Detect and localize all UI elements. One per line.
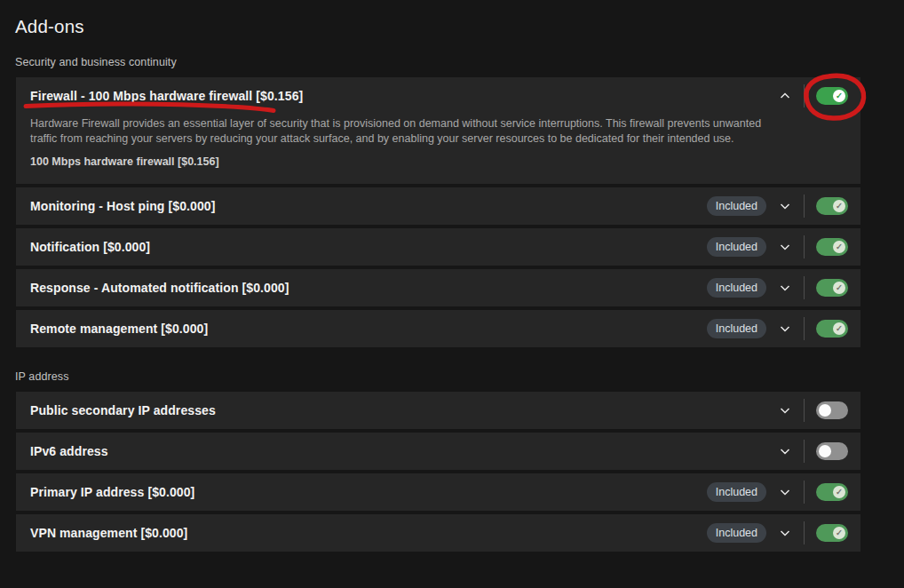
included-badge: Included	[707, 482, 766, 502]
remote-management-toggle[interactable]: ✓	[816, 320, 848, 338]
included-badge: Included	[707, 237, 766, 257]
addon-row-monitoring: Monitoring - Host ping [$0.000] Included…	[16, 187, 860, 225]
check-icon: ✓	[836, 283, 843, 292]
included-badge: Included	[707, 278, 766, 298]
addon-title-response: Response - Automated notification [$0.00…	[30, 281, 289, 295]
toggle-knob: ✓	[833, 241, 845, 253]
addon-title-monitoring: Monitoring - Host ping [$0.000]	[30, 199, 215, 213]
chevron-down-icon[interactable]	[778, 485, 792, 499]
addon-title-notification: Notification [$0.000]	[30, 240, 150, 254]
firewall-toggle[interactable]: ✓	[816, 87, 848, 105]
addon-title-primary-ip: Primary IP address [$0.000]	[30, 485, 194, 499]
firewall-selected-option: 100 Mbps hardware firewall [$0.156]	[30, 155, 846, 168]
divider	[804, 440, 805, 463]
addon-title-public-secondary-ip: Public secondary IP addresses	[30, 403, 216, 417]
addon-row-vpn: VPN management [$0.000] Included ✓	[16, 514, 860, 552]
chevron-down-icon[interactable]	[778, 199, 792, 213]
addon-row-remote-management: Remote management [$0.000] Included ✓	[16, 310, 860, 347]
chevron-up-icon[interactable]	[778, 89, 792, 103]
addon-row-ipv6: IPv6 address	[16, 433, 860, 470]
toggle-knob: ✓	[833, 527, 845, 539]
divider	[804, 84, 805, 107]
addon-row-header-monitoring[interactable]: Monitoring - Host ping [$0.000] Included…	[16, 187, 860, 225]
addon-title-firewall: Firewall - 100 Mbps hardware firewall [$…	[30, 89, 303, 103]
page-title: Add-ons	[0, 0, 904, 37]
divider	[804, 276, 805, 299]
ipv6-toggle[interactable]	[816, 442, 848, 460]
check-icon: ✓	[836, 91, 843, 100]
vpn-toggle[interactable]: ✓	[816, 524, 848, 542]
addon-row-header-primary-ip[interactable]: Primary IP address [$0.000] Included ✓	[16, 473, 860, 511]
addon-row-header-firewall[interactable]: Firewall - 100 Mbps hardware firewall [$…	[16, 77, 860, 115]
chevron-down-icon[interactable]	[778, 526, 792, 540]
addon-row-public-secondary-ip: Public secondary IP addresses	[16, 392, 860, 429]
addon-row-primary-ip: Primary IP address [$0.000] Included ✓	[16, 473, 860, 511]
toggle-knob: ✓	[833, 282, 845, 294]
addon-row-notification: Notification [$0.000] Included ✓	[16, 228, 860, 266]
check-icon: ✓	[836, 528, 843, 537]
chevron-down-icon[interactable]	[778, 403, 792, 417]
addons-page: Add-ons Security and business continuity…	[0, 0, 904, 588]
check-icon: ✓	[836, 242, 843, 251]
addon-row-header-response[interactable]: Response - Automated notification [$0.00…	[16, 269, 860, 306]
chevron-down-icon[interactable]	[778, 281, 792, 295]
chevron-down-icon[interactable]	[778, 322, 792, 336]
addon-row-header-public-secondary-ip[interactable]: Public secondary IP addresses	[16, 392, 860, 429]
chevron-down-icon[interactable]	[778, 240, 792, 254]
addon-title-remote-management: Remote management [$0.000]	[30, 322, 208, 336]
included-badge: Included	[707, 319, 766, 338]
addon-row-header-ipv6[interactable]: IPv6 address	[16, 433, 860, 470]
toggle-knob: ✓	[833, 90, 845, 102]
included-badge: Included	[707, 196, 766, 216]
divider	[804, 317, 805, 340]
public-secondary-ip-toggle[interactable]	[816, 401, 848, 419]
notification-toggle[interactable]: ✓	[816, 238, 848, 256]
section-label-ip-address: IP address	[15, 370, 904, 383]
addon-row-header-notification[interactable]: Notification [$0.000] Included ✓	[16, 228, 860, 266]
toggle-knob: ✓	[833, 200, 845, 212]
addon-title-ipv6: IPv6 address	[30, 444, 108, 458]
monitoring-toggle[interactable]: ✓	[816, 197, 848, 215]
divider	[804, 521, 805, 544]
divider	[804, 481, 805, 504]
section-ip-address: IP address Public secondary IP addresses	[0, 370, 904, 552]
firewall-description: Hardware Firewall provides an essential …	[30, 116, 781, 147]
addon-title-vpn: VPN management [$0.000]	[30, 526, 187, 540]
addon-row-header-vpn[interactable]: VPN management [$0.000] Included ✓	[16, 514, 860, 552]
section-security: Security and business continuity Firewal…	[0, 56, 904, 347]
response-toggle[interactable]: ✓	[816, 279, 848, 297]
addon-row-firewall: Firewall - 100 Mbps hardware firewall [$…	[16, 77, 860, 184]
toggle-knob: ✓	[833, 322, 845, 335]
addon-row-header-remote-management[interactable]: Remote management [$0.000] Included ✓	[16, 310, 860, 347]
section-label-security: Security and business continuity	[15, 56, 904, 68]
divider	[804, 195, 805, 218]
divider	[804, 235, 805, 258]
divider	[804, 399, 805, 422]
chevron-down-icon[interactable]	[778, 444, 792, 458]
primary-ip-toggle[interactable]: ✓	[816, 483, 848, 501]
toggle-knob: ✓	[833, 486, 845, 498]
check-icon: ✓	[836, 324, 843, 333]
check-icon: ✓	[836, 202, 843, 211]
toggle-knob	[819, 404, 831, 417]
included-badge: Included	[707, 523, 766, 543]
addon-row-response: Response - Automated notification [$0.00…	[16, 269, 860, 306]
check-icon: ✓	[836, 488, 843, 497]
toggle-knob	[819, 445, 831, 457]
